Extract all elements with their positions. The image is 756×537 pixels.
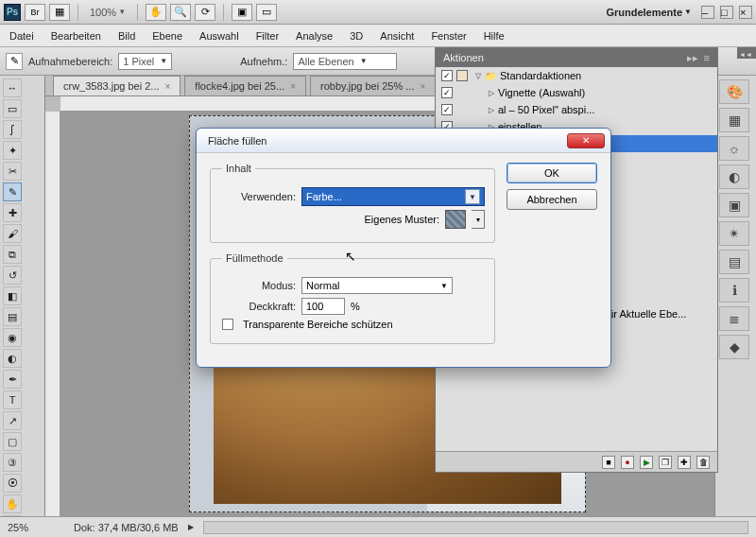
actions-panel-header[interactable]: Aktionen ▸▸ ≡ — [436, 48, 717, 67]
window-restore-button[interactable]: □ — [720, 6, 733, 19]
pattern-swatch[interactable] — [445, 210, 466, 229]
menu-bild[interactable]: Bild — [118, 30, 135, 42]
menu-auswahl[interactable]: Auswahl — [199, 30, 239, 42]
panel-menu-icon[interactable]: ≡ — [704, 52, 710, 64]
panel-collapse-tab[interactable] — [737, 47, 756, 59]
dialog-toggle[interactable] — [456, 70, 468, 81]
opacity-input[interactable]: 100 — [301, 298, 345, 315]
menu-datei[interactable]: Datei — [9, 30, 34, 42]
menu-bearbeiten[interactable]: Bearbeiten — [51, 30, 101, 42]
dialog-titlebar[interactable]: Fläche füllen ✕ — [197, 129, 610, 153]
workspace-switcher[interactable]: Grundelemente ▼ — [602, 7, 696, 18]
eraser-tool[interactable]: ◧ — [3, 286, 22, 305]
bridge-button[interactable]: Br — [25, 4, 45, 21]
dialog-close-button[interactable]: ✕ — [567, 133, 605, 148]
lasso-tool[interactable]: ʃ — [3, 120, 22, 139]
content-group-label: Inhalt — [222, 163, 255, 174]
layers-panel-icon[interactable]: ▤ — [719, 250, 749, 274]
status-doc-size: Dok: 37,4 MB/30,6 MB — [74, 522, 179, 533]
status-zoom[interactable]: 25% — [8, 522, 64, 533]
menu-filter[interactable]: Filter — [256, 30, 279, 42]
navigator-panel-icon[interactable]: ✴ — [719, 221, 749, 246]
screenmode-button[interactable]: ▭ — [256, 4, 277, 21]
eyedropper-tool[interactable]: ✎ — [3, 182, 22, 201]
heal-tool[interactable]: ✚ — [3, 203, 22, 222]
document-tab[interactable]: crw_3583.jpg bei 2...× — [53, 76, 180, 95]
rotate-view-button[interactable]: ⟳ — [195, 4, 215, 21]
panel-close-icon[interactable]: ▸▸ — [687, 52, 698, 64]
menu-3d[interactable]: 3D — [350, 30, 363, 42]
window-close-button[interactable]: × — [739, 6, 752, 19]
channels-panel-icon[interactable]: ≣ — [719, 306, 749, 331]
shape-tool[interactable]: ▢ — [3, 432, 22, 451]
toggle-action-checkbox[interactable]: ✓ — [441, 70, 453, 81]
swatches-panel-icon[interactable]: ▦ — [719, 108, 749, 132]
disclosure-triangle-icon[interactable]: ▷ — [489, 106, 494, 114]
pen-tool[interactable]: ✒ — [3, 370, 22, 389]
arrange-button[interactable]: ▣ — [232, 4, 252, 21]
cancel-button[interactable]: Abbrechen — [507, 189, 597, 210]
menu-analyse[interactable]: Analyse — [296, 30, 333, 42]
new-action-button[interactable]: ✚ — [678, 456, 691, 469]
zoom-tool-button[interactable]: 🔍 — [170, 4, 191, 21]
wand-tool[interactable]: ✦ — [3, 141, 22, 160]
menu-ansicht[interactable]: Ansicht — [380, 30, 414, 42]
sample-target-dropdown[interactable]: Alle Ebenen▼ — [293, 53, 397, 70]
crop-tool[interactable]: ✂ — [3, 162, 22, 181]
dialog-toggle[interactable] — [456, 104, 468, 115]
play-button[interactable]: ▶ — [640, 456, 653, 469]
sample-size-dropdown[interactable]: 1 Pixel▼ — [118, 53, 172, 70]
stop-button[interactable]: ■ — [602, 456, 615, 469]
paths-panel-icon[interactable]: ◆ — [719, 335, 749, 359]
styles-panel-icon[interactable]: ☼ — [719, 136, 749, 161]
close-tab-icon[interactable]: × — [165, 81, 171, 92]
gradient-tool[interactable]: ▤ — [3, 307, 22, 326]
color-panel-icon[interactable]: 🎨 — [719, 79, 749, 104]
menu-fenster[interactable]: Fenster — [431, 30, 466, 42]
marquee-tool[interactable]: ▭ — [3, 99, 22, 118]
pattern-dropdown-arrow[interactable]: ▾ — [472, 210, 485, 229]
mode-dropdown[interactable]: Normal▼ — [301, 277, 453, 294]
hand-tool-button[interactable]: ✋ — [146, 4, 166, 21]
3d-tool[interactable]: ③ — [3, 453, 22, 472]
info-panel-icon[interactable]: ℹ — [719, 278, 749, 303]
brush-tool[interactable]: 🖌 — [3, 224, 22, 243]
close-tab-icon[interactable]: × — [420, 81, 425, 92]
current-tool-swatch[interactable]: ✎ — [6, 53, 23, 70]
menu-ebene[interactable]: Ebene — [152, 30, 182, 42]
type-tool[interactable]: T — [3, 390, 22, 409]
toggle-action-checkbox[interactable]: ✓ — [441, 87, 453, 98]
blur-tool[interactable]: ◉ — [3, 328, 22, 347]
zoom-dropdown[interactable]: 100%▼ — [86, 7, 129, 18]
delete-button[interactable]: 🗑 — [696, 456, 710, 469]
app-icon[interactable]: Ps — [4, 4, 21, 21]
window-minimize-button[interactable]: – — [701, 6, 714, 19]
action-row[interactable]: ✓▷Vignette (Auswahl) — [436, 84, 717, 101]
use-dropdown[interactable]: Farbe... ▼ — [301, 187, 485, 206]
dialog-toggle[interactable] — [456, 87, 468, 98]
dodge-tool[interactable]: ◐ — [3, 349, 22, 368]
document-tab[interactable]: robby.jpg bei 25% ...× — [310, 76, 436, 95]
disclosure-triangle-icon[interactable]: ▷ — [489, 89, 494, 97]
preserve-transparency-checkbox[interactable] — [222, 319, 233, 330]
stamp-tool[interactable]: ⧉ — [3, 245, 22, 264]
adjustments-panel-icon[interactable]: ◐ — [719, 165, 749, 189]
action-row[interactable]: ✓▷al – 50 Pixel" abspi... — [436, 101, 717, 118]
minibridge-button[interactable]: ▦ — [49, 4, 70, 21]
toggle-action-checkbox[interactable]: ✓ — [441, 104, 453, 115]
record-button[interactable]: ● — [621, 456, 634, 469]
disclosure-triangle-icon[interactable]: ▽ — [475, 72, 481, 80]
masks-panel-icon[interactable]: ▣ — [719, 193, 749, 217]
path-tool[interactable]: ↗ — [3, 411, 22, 430]
new-set-button[interactable]: ❐ — [659, 456, 672, 469]
close-tab-icon[interactable]: × — [290, 81, 296, 92]
menu-hilfe[interactable]: Hilfe — [484, 30, 505, 42]
hand-tool[interactable]: ✋ — [3, 494, 22, 513]
hscrollbar[interactable] — [203, 521, 748, 534]
document-tab[interactable]: flocke4.jpg bei 25...× — [184, 76, 306, 95]
move-tool[interactable]: ↔ — [3, 78, 22, 97]
3d-cam-tool[interactable]: ⦿ — [3, 474, 22, 493]
ok-button[interactable]: OK — [507, 163, 597, 183]
action-row[interactable]: ✓▽📁Standardaktionen — [436, 67, 717, 84]
history-brush-tool[interactable]: ↺ — [3, 266, 22, 285]
